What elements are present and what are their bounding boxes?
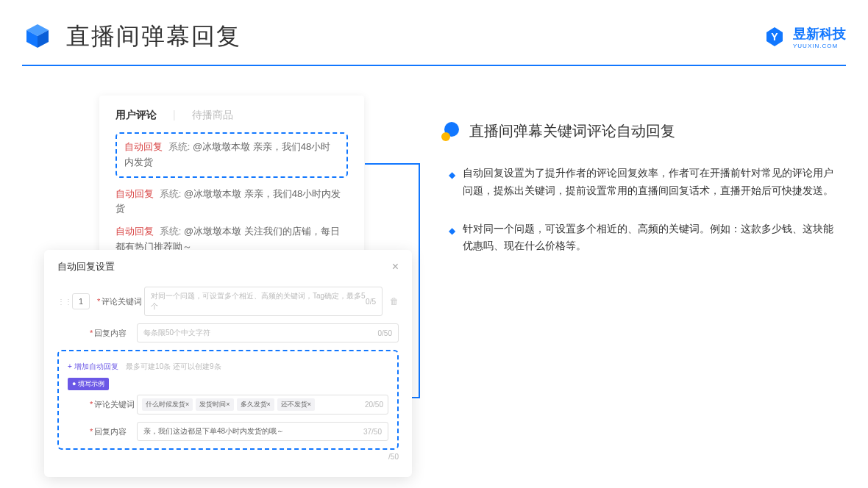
auto-reply-badge: 自动回复 xyxy=(115,226,154,237)
right-panel: 直播间弹幕关键词评论自动回复 ◆ 自动回复设置为了提升作者的评论回复效率，作者可… xyxy=(441,121,839,276)
brand-logo: Y 昱新科技 YUUXIN.COM xyxy=(764,25,846,49)
content-input[interactable]: 每条限50个中文字符 0/50 xyxy=(137,323,399,342)
brand-name: 昱新科技 xyxy=(793,26,846,41)
header-divider xyxy=(22,65,846,66)
bullet-text: 自动回复设置为了提升作者的评论回复效率，作者可在开播前针对常见的评论用户问题，提… xyxy=(463,165,839,200)
auto-reply-modal: 自动回复设置 × ⋮⋮ 1 *评论关键词 对同一个问题，可设置多个相近、高频的关… xyxy=(44,250,412,477)
char-counter: 20/50 xyxy=(365,401,383,409)
comment-row: 自动回复 系统: @冰墩墩本墩 亲亲，我们48小时内发货 xyxy=(115,187,348,218)
system-label: 系统: xyxy=(160,226,182,237)
index-box: 1 xyxy=(72,293,90,309)
placeholder-text: 对同一个问题，可设置多个相近、高频的关键词，Tag确定，最多5个 xyxy=(151,291,366,312)
brand-icon: Y xyxy=(764,26,786,48)
content-field-row: *回复内容 每条限50个中文字符 0/50 xyxy=(57,323,399,342)
section-heading: 直播间弹幕关键词评论自动回复 xyxy=(441,121,839,141)
example-content-row: *回复内容 亲，我们这边都是下单48小时内发货的哦～ 37/50 xyxy=(68,422,388,441)
brand-sub: YUUXIN.COM xyxy=(793,43,846,49)
auto-reply-badge: 自动回复 xyxy=(115,188,154,199)
field-label: *评论关键词 xyxy=(90,399,129,410)
keyword-tag[interactable]: 发货时间× xyxy=(196,398,233,411)
diamond-icon: ◆ xyxy=(449,223,455,256)
example-keyword-row: *评论关键词 什么时候发货× 发货时间× 多久发货× 还不发货× 20/50 xyxy=(68,395,388,415)
field-label: *回复内容 xyxy=(90,328,129,339)
field-label: *回复内容 xyxy=(90,426,129,437)
system-label: 系统: xyxy=(168,141,191,152)
highlighted-comment: 自动回复 系统: @冰墩墩本墩 亲亲，我们48小时内发货 xyxy=(115,132,348,178)
example-content-input[interactable]: 亲，我们这边都是下单48小时内发货的哦～ 37/50 xyxy=(137,422,388,441)
add-row: + 增加自动回复 最多可建10条 还可以创建9条 xyxy=(68,359,388,372)
bottom-counter: /50 xyxy=(57,453,399,461)
keyword-field-row: ⋮⋮ 1 *评论关键词 对同一个问题，可设置多个相近、高频的关键词，Tag确定，… xyxy=(57,287,399,316)
cube-icon xyxy=(22,21,53,52)
svg-text:Y: Y xyxy=(771,31,778,43)
page-title: 直播间弹幕回复 xyxy=(66,21,241,53)
keyword-tag[interactable]: 什么时候发货× xyxy=(142,398,193,411)
comment-row: 自动回复 系统: @冰墩墩本墩 亲亲，我们48小时内发货 xyxy=(124,140,339,171)
modal-title: 自动回复设置 xyxy=(57,260,115,273)
comment-card: 用户评论 | 待播商品 自动回复 系统: @冰墩墩本墩 亲亲，我们48小时内发货… xyxy=(99,96,364,276)
close-icon[interactable]: × xyxy=(392,260,399,273)
example-badge: ● 填写示例 xyxy=(68,378,109,390)
example-content-value: 亲，我们这边都是下单48小时内发货的哦～ xyxy=(143,426,284,437)
placeholder-text: 每条限50个中文字符 xyxy=(143,328,210,338)
example-keyword-input[interactable]: 什么时候发货× 发货时间× 多久发货× 还不发货× 20/50 xyxy=(137,395,388,415)
bullet-item: ◆ 自动回复设置为了提升作者的评论回复效率，作者可在开播前针对常见的评论用户问题… xyxy=(449,165,839,200)
auto-reply-badge: 自动回复 xyxy=(124,141,163,152)
char-counter: 37/50 xyxy=(363,428,382,436)
diamond-icon: ◆ xyxy=(449,168,455,200)
bubble-icon xyxy=(441,122,460,141)
header-left: 直播间弹幕回复 xyxy=(22,21,241,53)
add-auto-reply-link[interactable]: + 增加自动回复 xyxy=(68,362,118,370)
bullet-list: ◆ 自动回复设置为了提升作者的评论回复效率，作者可在开播前针对常见的评论用户问题… xyxy=(441,165,839,255)
modal-header: 自动回复设置 × xyxy=(57,260,399,273)
keyword-tag[interactable]: 多久发货× xyxy=(237,398,274,411)
drag-icon[interactable]: ⋮⋮ xyxy=(57,298,65,306)
section-title-text: 直播间弹幕关键词评论自动回复 xyxy=(469,121,675,141)
delete-icon[interactable]: 🗑 xyxy=(390,296,399,306)
keyword-input[interactable]: 对同一个问题，可设置多个相近、高频的关键词，Tag确定，最多5个 0/5 xyxy=(144,287,383,316)
bullet-text: 针对同一个问题，可设置多个相近的、高频的关键词。例如：这款多少钱、这块能优惠吗、… xyxy=(463,220,839,256)
tab-pending-products[interactable]: 待播商品 xyxy=(192,109,233,122)
char-counter: 0/5 xyxy=(366,298,376,306)
char-counter: 0/50 xyxy=(378,329,392,337)
page-header: 直播间弹幕回复 Y 昱新科技 YUUXIN.COM xyxy=(22,21,846,53)
comment-tabs: 用户评论 | 待播商品 xyxy=(115,109,348,122)
tab-separator: | xyxy=(173,109,176,122)
add-hint: 最多可建10条 还可以创建9条 xyxy=(126,362,221,370)
example-section: + 增加自动回复 最多可建10条 还可以创建9条 ● 填写示例 *评论关键词 什… xyxy=(57,350,399,450)
system-label: 系统: xyxy=(160,188,182,199)
tab-user-comments[interactable]: 用户评论 xyxy=(115,109,157,122)
field-label: *评论关键词 xyxy=(97,296,137,307)
keyword-tag[interactable]: 还不发货× xyxy=(277,398,315,411)
bullet-item: ◆ 针对同一个问题，可设置多个相近的、高频的关键词。例如：这款多少钱、这块能优惠… xyxy=(449,220,839,256)
